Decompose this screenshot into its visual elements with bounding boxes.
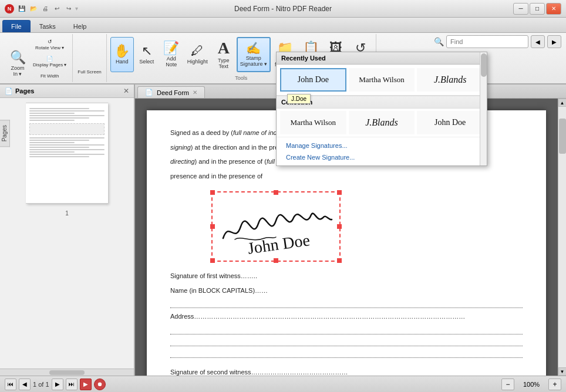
sig-handle-br[interactable] [337, 258, 342, 263]
stamp-signature-button[interactable]: ✍ StampSignature ▾ [237, 37, 271, 72]
doc-tab-deed-form[interactable]: 📄 Deed Form ✕ [137, 86, 205, 98]
horizontal-scrollbar[interactable] [0, 369, 134, 376]
sig-handle-ml[interactable] [210, 224, 215, 229]
window-title: Deed Form - Nitro PDF Reader [234, 5, 332, 13]
thumb-line [29, 113, 75, 114]
pages-panel-title: 📄 Pages [5, 87, 34, 95]
hand-button[interactable]: ✋ Hand [110, 37, 134, 72]
add-note-button[interactable]: 📝 AddNote [160, 37, 183, 72]
zoom-out-button[interactable]: − [501, 379, 514, 390]
pdf-text-4: presence and in the presence of [170, 171, 523, 181]
scroll-track[interactable] [558, 107, 566, 367]
tab-help[interactable]: Help [65, 20, 96, 32]
pages-side-tab[interactable]: Pages [0, 120, 10, 147]
sig-handle-tl[interactable] [210, 190, 215, 195]
sig-collection-item-2[interactable]: J.Blands [349, 111, 415, 134]
doc-tab-close[interactable]: ✕ [193, 89, 197, 96]
type-text-button[interactable]: A TypeText [212, 37, 235, 72]
sig-witness-1: Signature of first witness…….. [170, 271, 523, 281]
pages-panel-header: 📄 Pages ✕ [0, 85, 134, 98]
thumb-line [29, 120, 75, 121]
play-button[interactable]: ▶ [80, 379, 92, 390]
find-prev-button[interactable]: ◀ [531, 35, 545, 48]
sig-scroll-thumb[interactable] [481, 53, 487, 77]
close-button[interactable]: ✕ [546, 3, 561, 15]
tools-group-label: Tools [235, 74, 247, 81]
rotate-view-button[interactable]: ↺ Rotate View ▾ [31, 36, 69, 53]
sig-item-2[interactable]: Martha Wilson [349, 68, 415, 92]
sig-handle-bm[interactable] [274, 258, 278, 263]
zoom-in-button[interactable]: 🔍 ZoomIn ▾ [6, 46, 29, 82]
full-screen-group: Full Screen [73, 34, 106, 82]
thumb-lines [29, 107, 105, 158]
title-bar: N 💾 📂 🖨 ↩ ↪ ▾ Deed Form - Nitro PDF Read… [0, 0, 566, 18]
thumb-line [29, 144, 105, 146]
signature-dropdown: Recently Used John Doe J.Doe Martha Wils… [276, 52, 487, 166]
first-page-button[interactable]: ⏮ [5, 379, 16, 390]
doc-tab-icon: 📄 [145, 89, 153, 96]
select-label: Select [139, 59, 154, 65]
redo-button[interactable]: ↪ [63, 4, 74, 14]
last-page-button[interactable]: ⏭ [66, 379, 78, 390]
page-thumbnails: 1 [0, 98, 134, 218]
h-scrollbar-thumb[interactable] [49, 370, 85, 375]
stamp-label: StampSignature ▾ [240, 55, 267, 67]
full-screen-button[interactable]: Full Screen [75, 63, 103, 80]
select-button[interactable]: ↖ Select [135, 37, 159, 72]
sig-handle-mr[interactable] [337, 224, 342, 229]
sig-collection-item-3[interactable]: John Doe [417, 111, 483, 134]
maximize-button[interactable]: □ [530, 3, 545, 15]
find-input[interactable] [446, 35, 528, 48]
sig-item-1[interactable]: John Doe J.Doe [280, 68, 346, 92]
minimize-button[interactable]: ─ [513, 3, 528, 15]
pages-panel-scroll[interactable]: 1 [0, 98, 134, 369]
page-thumbnail-1[interactable] [26, 103, 108, 204]
find-next-button[interactable]: ▶ [547, 35, 561, 48]
prev-page-button[interactable]: ◀ [19, 379, 31, 390]
zoom-in-status-button[interactable]: + [548, 379, 561, 390]
sig-script-1: John Doe [298, 75, 329, 85]
window-controls: ─ □ ✕ [513, 3, 561, 15]
ribbon-tabs: File Tasks Help [0, 18, 566, 33]
scroll-thumb[interactable] [559, 119, 566, 154]
sig-item-3[interactable]: J.Blands [417, 68, 483, 92]
recently-used-label: Recently Used [281, 55, 326, 62]
pages-panel-close-button[interactable]: ✕ [123, 87, 129, 95]
scroll-up-button[interactable]: ▲ [558, 99, 567, 107]
open-button[interactable]: 📂 [28, 4, 39, 14]
qa-separator: ▾ [75, 5, 78, 12]
sig-collection-script-1: Martha Wilson [291, 118, 336, 127]
thumb-line [29, 137, 105, 138]
fit-width-button[interactable]: Fit Width [31, 70, 69, 81]
sig-recent-row: John Doe J.Doe Martha Wilson J.Blands [280, 68, 483, 92]
scroll-down-button[interactable]: ▼ [558, 367, 567, 376]
sig-collection-item-1[interactable]: Martha Wilson [280, 111, 346, 134]
tab-file[interactable]: File [2, 20, 31, 32]
sig-dropdown-header: Recently Used [277, 52, 487, 65]
manage-signatures-button[interactable]: Manage Signatures... [281, 140, 482, 151]
highlight-button[interactable]: 🖊 Highlight [184, 37, 211, 72]
display-icon: 📄 [46, 56, 53, 62]
doc-vertical-scrollbar[interactable]: ▲ ▼ [558, 99, 566, 376]
stop-button[interactable]: ⏺ [94, 379, 106, 390]
sig-handle-tm[interactable] [274, 190, 278, 195]
signature-svg: John Doe [217, 197, 335, 256]
sig-witness-2-area: Signature of second witness…………………………………… [170, 367, 523, 376]
print-button[interactable]: 🖨 [40, 4, 50, 14]
sig-handle-tr[interactable] [337, 190, 342, 195]
hand-icon: ✋ [114, 45, 130, 58]
thumb-line [29, 108, 89, 109]
type-text-label: TypeText [218, 58, 230, 69]
create-new-signature-button[interactable]: Create New Signature... [281, 151, 482, 163]
save-button[interactable]: 💾 [16, 4, 27, 14]
sig-handle-bl[interactable] [210, 258, 215, 263]
find-bar: 🔍 ◀ ▶ [434, 35, 561, 48]
display-pages-button[interactable]: 📄 Display Pages ▾ [31, 53, 69, 70]
undo-button[interactable]: ↩ [52, 4, 62, 14]
sig-dropdown-scrollbar[interactable] [480, 52, 487, 165]
thumb-line [29, 149, 105, 150]
next-page-button[interactable]: ▶ [52, 379, 63, 390]
signature-placeholder-box[interactable]: John Doe [211, 191, 341, 262]
zoom-controls: − 100% + [501, 379, 561, 390]
tab-tasks[interactable]: Tasks [31, 20, 65, 32]
